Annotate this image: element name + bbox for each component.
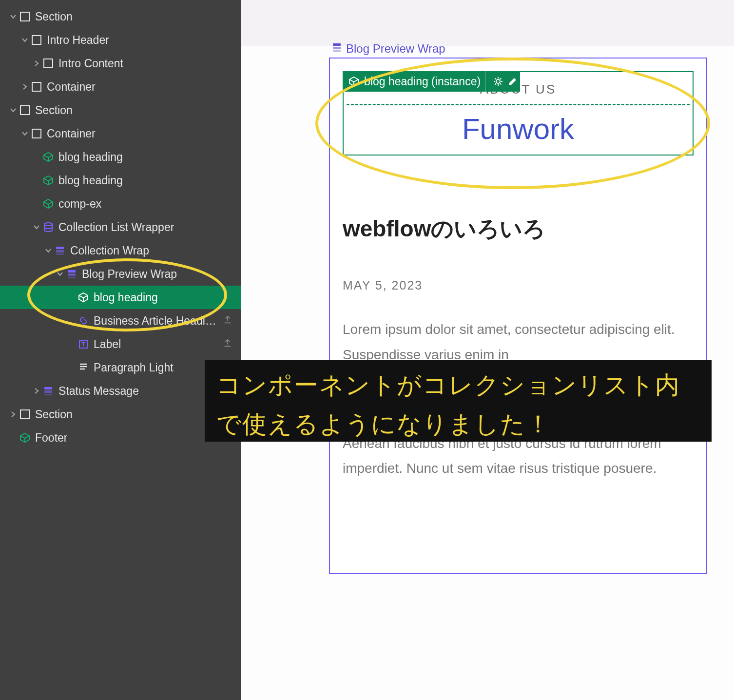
tree-item-section[interactable]: Section — [0, 98, 241, 122]
chevron-down-icon[interactable] — [56, 270, 64, 278]
tree-item-label: Footer — [35, 431, 67, 445]
tree-item-label: Section — [35, 10, 73, 23]
component-settings-button[interactable] — [491, 76, 505, 87]
section-icon — [19, 409, 30, 420]
component-edit-button[interactable] — [505, 76, 520, 87]
tree-item-label: Section — [35, 104, 73, 117]
override-icon — [223, 338, 232, 351]
tree-item-blog-heading[interactable]: blog heading — [0, 145, 241, 169]
article-date: MAY 5, 2023 — [343, 278, 694, 292]
section-icon — [19, 105, 30, 116]
tree-item-collection-wrap[interactable]: Collection Wrap — [0, 239, 241, 262]
tree-item-label: Container — [47, 127, 96, 140]
tree-item-collection-list-wrapper[interactable]: Collection List Wrapper — [0, 215, 241, 239]
tree-item-label: Blog Preview Wrap — [82, 268, 177, 281]
chevron-down-icon[interactable] — [44, 246, 53, 255]
about-headline: Funwork — [344, 105, 693, 155]
tree-item-section[interactable]: Section — [0, 5, 241, 28]
tree-item-blog-heading-selected[interactable]: blog heading — [0, 286, 241, 309]
tree-item-comp-ex[interactable]: comp-ex — [0, 192, 241, 215]
tree-item-container[interactable]: Container — [0, 75, 241, 98]
article-title: webflowのいろいろ — [343, 214, 694, 244]
selection-breadcrumb[interactable]: Blog Preview Wrap — [331, 42, 445, 56]
navigator-panel: Section Intro Header Intro Content Conta… — [0, 0, 241, 700]
tree-item-blog-preview-wrap[interactable]: Blog Preview Wrap — [0, 262, 241, 286]
tree-item-label: Collection Wrap — [70, 244, 149, 257]
override-icon — [223, 314, 232, 328]
tree-item-label: blog heading — [58, 151, 123, 164]
stack-icon — [43, 386, 54, 396]
stack-icon — [66, 269, 77, 279]
chevron-down-icon[interactable] — [32, 223, 41, 232]
chevron-right-icon[interactable] — [32, 59, 41, 68]
section-icon — [43, 58, 54, 69]
component-icon — [43, 198, 54, 209]
chevron-right-icon[interactable] — [32, 387, 41, 395]
section-icon — [19, 11, 30, 22]
tree-item-label: Status Message — [58, 385, 139, 398]
section-icon — [31, 128, 42, 139]
canvas-background-strip — [241, 0, 734, 46]
article-body: webflowのいろいろ MAY 5, 2023 Lorem ipsum dol… — [330, 156, 706, 496]
component-icon — [348, 76, 359, 87]
chevron-down-icon[interactable] — [9, 106, 18, 115]
blog-heading-component-instance[interactable]: blog heading (instance) ABOUT US Funwork — [343, 71, 694, 156]
blog-preview-wrap-element[interactable]: blog heading (instance) ABOUT US Funwork… — [329, 58, 707, 574]
tree-item-label: Section — [35, 408, 73, 421]
tree-item-label: Label — [94, 338, 121, 351]
annotation-caption: コンポーネントがコレクションリスト内で使えるようになりました！ — [205, 360, 712, 442]
tree-item-label: blog heading — [58, 174, 123, 187]
tree-item-label: blog heading — [94, 291, 158, 304]
chevron-down-icon[interactable] — [20, 36, 29, 44]
link-icon — [78, 315, 89, 326]
tree-item-intro-content[interactable]: Intro Content — [0, 52, 241, 75]
chevron-down-icon[interactable] — [20, 129, 29, 138]
tree-item-intro-header[interactable]: Intro Header — [0, 28, 241, 52]
section-icon — [31, 35, 42, 45]
stack-icon — [331, 42, 342, 56]
tree-item-label: Collection List Wrapper — [58, 221, 174, 234]
tree-item-blog-heading[interactable]: blog heading — [0, 169, 241, 192]
tree-item-label-node[interactable]: Label — [0, 332, 241, 356]
text-icon — [78, 339, 89, 350]
tree-item-container[interactable]: Container — [0, 122, 241, 145]
tree-item-business-article-heading[interactable]: Business Article Headi… — [0, 309, 241, 332]
tree-item-label: Paragraph Light — [94, 361, 174, 374]
tree-item-label: Intro Header — [47, 34, 109, 47]
section-icon — [31, 81, 42, 92]
component-icon — [19, 432, 30, 443]
chevron-right-icon[interactable] — [20, 82, 29, 91]
component-instance-tag: blog heading (instance) — [343, 71, 520, 92]
design-canvas[interactable]: Blog Preview Wrap blog heading (instance… — [241, 0, 734, 700]
tree-item-label: Business Article Headi… — [94, 314, 216, 328]
component-icon — [43, 152, 54, 162]
instance-tag-label: blog heading (instance) — [364, 75, 481, 88]
chevron-down-icon[interactable] — [9, 12, 18, 21]
stack-icon — [55, 245, 65, 256]
tree-item-label: comp-ex — [58, 197, 101, 211]
component-icon — [78, 292, 89, 303]
paragraph-icon — [78, 362, 89, 373]
tree-item-label: Container — [47, 80, 96, 94]
database-icon — [43, 222, 54, 233]
breadcrumb-text: Blog Preview Wrap — [346, 42, 445, 56]
tree-item-label: Intro Content — [58, 57, 123, 70]
component-icon — [43, 175, 54, 186]
chevron-right-icon[interactable] — [9, 410, 18, 419]
